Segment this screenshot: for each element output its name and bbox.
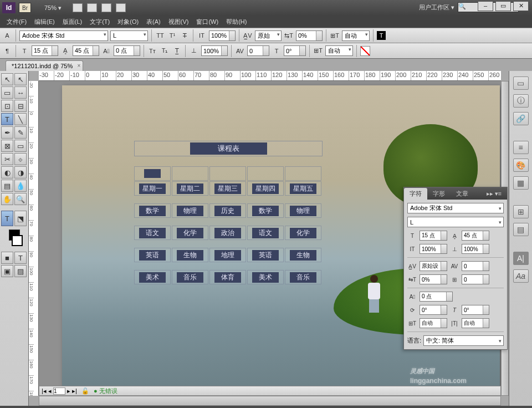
default-fill-stroke[interactable]: ⬔ xyxy=(14,211,27,226)
color-panel-icon[interactable]: 🎨 xyxy=(513,159,529,172)
paragraph-panel-icon[interactable]: Aa xyxy=(513,269,529,283)
workspace-switcher[interactable]: 用户工作区 ▾ xyxy=(419,3,454,12)
preflight-status[interactable]: ● 无错误 xyxy=(94,387,117,395)
preview-mode[interactable]: ▨ xyxy=(14,265,27,277)
subject-cell[interactable]: 物理 xyxy=(172,203,208,218)
day-cell[interactable]: 星期一 xyxy=(134,181,171,196)
view-icon-2[interactable] xyxy=(87,3,97,12)
gap-tool[interactable]: ↔ xyxy=(14,86,27,99)
pencil-tool[interactable]: ✎ xyxy=(14,126,27,139)
maximize-button[interactable]: ▭ xyxy=(495,1,511,11)
minimize-button[interactable]: – xyxy=(478,1,493,11)
underline-icon[interactable]: T̲ xyxy=(172,46,182,56)
normal-view-mode[interactable]: ▣ xyxy=(1,265,13,277)
subscript-icon[interactable]: T₁ xyxy=(160,46,170,56)
subject-cell[interactable]: 地理 xyxy=(209,248,246,262)
cp-baseshift[interactable]: 0% xyxy=(420,274,447,284)
table-row[interactable]: 美术音乐体育美术音乐 xyxy=(134,270,323,284)
links-panel-icon[interactable]: 🔗 xyxy=(513,112,529,125)
subject-cell[interactable]: 美术 xyxy=(134,270,171,284)
menu-view[interactable]: 视图(V) xyxy=(165,18,192,26)
subject-cell[interactable]: 化学 xyxy=(172,226,208,240)
subject-cell[interactable]: 语文 xyxy=(134,226,171,240)
timetable-days-row[interactable]: 星期一星期二星期三星期四星期五 xyxy=(134,181,323,196)
close-button[interactable]: ✕ xyxy=(513,1,529,11)
para-format-icon[interactable]: ¶ xyxy=(2,46,12,56)
vscale-input[interactable]: 100% xyxy=(209,30,236,41)
font-style-select[interactable]: L xyxy=(110,30,148,41)
menu-table[interactable]: 表(A) xyxy=(143,18,164,26)
baseshift-input[interactable]: 0 点 xyxy=(114,45,140,56)
eyedropper-tool[interactable]: 💧 xyxy=(14,180,27,192)
menu-type[interactable]: 文字(T) xyxy=(86,18,113,26)
subject-cell[interactable]: 体育 xyxy=(209,270,246,284)
line-tool[interactable]: ╲ xyxy=(14,113,27,125)
day-cell[interactable]: 星期四 xyxy=(247,181,284,196)
hscale-input[interactable]: 0% xyxy=(296,30,323,41)
timetable-title-cell[interactable]: 课程表 xyxy=(134,141,323,156)
subject-cell[interactable]: 音乐 xyxy=(172,270,208,284)
subject-cell[interactable]: 生物 xyxy=(172,248,208,262)
cp-hscale[interactable]: 100% xyxy=(462,244,489,254)
page-input[interactable] xyxy=(53,387,65,395)
cp-auto1[interactable]: 自动 xyxy=(420,318,447,328)
cp-size[interactable]: 15 点 xyxy=(420,231,447,241)
zoom-select[interactable]: 75% ▾ xyxy=(44,4,62,12)
char-format-icon[interactable]: A xyxy=(2,30,12,40)
selection-tool[interactable]: ↖ xyxy=(1,73,13,85)
grid-auto2-select[interactable]: 自动 xyxy=(325,45,353,56)
hscale2-input[interactable]: 100% xyxy=(201,45,228,56)
subject-cell[interactable]: 生物 xyxy=(285,248,321,262)
panel-menu-icon[interactable]: ▸▸ ▾≡ xyxy=(481,188,507,199)
cp-track[interactable]: 0 xyxy=(462,261,489,271)
cp-font-style[interactable]: L xyxy=(407,217,504,227)
grid-auto-select[interactable]: 自动 xyxy=(342,30,370,41)
vertical-ruler[interactable]: -20-100102030405060708090100110120130140… xyxy=(29,81,39,396)
zoom-tool[interactable]: 🔍 xyxy=(14,193,27,205)
subject-cell[interactable]: 物理 xyxy=(285,203,321,218)
subject-cell[interactable]: 英语 xyxy=(134,248,171,262)
gradient-swatch-tool[interactable]: ◐ xyxy=(1,166,13,178)
cp-font-family[interactable]: Adobe 宋体 Std xyxy=(407,203,504,213)
cp-auto2[interactable]: 自动 xyxy=(462,318,489,328)
swatches-panel-icon[interactable]: ▦ xyxy=(513,176,529,190)
type-applies-icon[interactable]: T xyxy=(1,211,13,226)
day-cell[interactable]: 星期五 xyxy=(285,181,321,196)
none-swatch-icon[interactable] xyxy=(360,46,370,56)
document-tab[interactable]: *1211201.indd @ 75%× xyxy=(6,60,83,71)
free-transform-tool[interactable]: ⟐ xyxy=(14,153,27,165)
type-tool[interactable]: T xyxy=(1,113,13,125)
rectangle-frame-tool[interactable]: ⊠ xyxy=(1,140,13,152)
bridge-badge[interactable]: Br xyxy=(19,3,31,13)
tab-glyphs[interactable]: 字形 xyxy=(427,188,451,200)
subject-cell[interactable]: 音乐 xyxy=(285,270,321,284)
note-tool[interactable]: ▤ xyxy=(1,180,13,192)
subject-cell[interactable]: 英语 xyxy=(247,248,284,262)
cp-vscale[interactable]: 100% xyxy=(420,244,447,254)
panel-icon-7[interactable]: ⊞ xyxy=(513,205,529,218)
menu-object[interactable]: 对象(O) xyxy=(114,18,142,26)
scissors-tool[interactable]: ✂ xyxy=(1,153,13,165)
menu-layout[interactable]: 版面(L) xyxy=(59,18,85,26)
smallcaps-icon[interactable]: Tт xyxy=(147,46,157,56)
fill-color-icon[interactable]: T xyxy=(377,31,386,40)
menu-edit[interactable]: 编辑(E) xyxy=(31,18,58,26)
character-panel[interactable]: 字符 字形 文章 ▸▸ ▾≡ Adobe 宋体 Std L T15 点 A͇45… xyxy=(403,187,508,350)
table-row[interactable]: 语文化学政治语文化学 xyxy=(134,226,323,240)
table-row[interactable]: 数学物理历史数学物理 xyxy=(134,203,323,218)
strikethrough-icon[interactable]: T̶ xyxy=(180,30,190,40)
tt-icon[interactable]: TT xyxy=(155,30,165,40)
gradient-feather-tool[interactable]: ◑ xyxy=(14,166,27,178)
timetable[interactable]: 课程表 星期一星期二星期三星期四星期五 数学物理历史数学物理语文化学政治语文化学… xyxy=(134,141,323,292)
subject-cell[interactable]: 化学 xyxy=(285,226,321,240)
subject-cell[interactable]: 语文 xyxy=(247,226,284,240)
stroke-panel-icon[interactable]: ≡ xyxy=(513,141,529,154)
cp-leading[interactable]: 45 点 xyxy=(462,231,489,241)
subject-cell[interactable]: 数学 xyxy=(134,203,171,218)
content-placer-tool[interactable]: ⊟ xyxy=(14,100,27,112)
subject-cell[interactable]: 美术 xyxy=(247,270,284,284)
cp-skewh[interactable]: 0 xyxy=(462,274,489,284)
kerning-select[interactable]: 原始 xyxy=(255,30,282,41)
subject-cell[interactable]: 数学 xyxy=(247,203,284,218)
hand-tool[interactable]: ✋ xyxy=(1,193,13,205)
